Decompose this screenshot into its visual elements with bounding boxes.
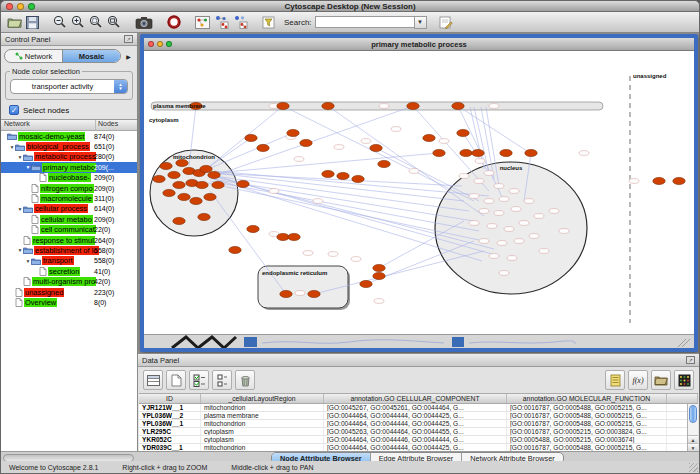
network-node[interactable] bbox=[229, 246, 241, 253]
network-node-small[interactable] bbox=[511, 207, 521, 212]
scroll-up-icon[interactable]: ▲ bbox=[688, 435, 698, 443]
function-builder-icon[interactable]: f(x) bbox=[628, 370, 648, 390]
network-node-small[interactable] bbox=[559, 229, 569, 234]
network-node-small[interactable] bbox=[269, 189, 279, 194]
annotation-edit-icon[interactable] bbox=[437, 14, 455, 31]
tab-overflow-button[interactable]: ▶ bbox=[123, 50, 134, 63]
snapshot-icon[interactable] bbox=[133, 14, 155, 31]
network-node-small[interactable] bbox=[328, 252, 338, 257]
tree-row[interactable]: cellular metabo209(0) bbox=[1, 214, 137, 224]
network-node[interactable] bbox=[277, 233, 289, 240]
float-panel-icon[interactable]: ↗ bbox=[124, 35, 133, 43]
network-node-small[interactable] bbox=[439, 139, 449, 144]
network-edge[interactable] bbox=[210, 191, 286, 294]
network-node-small[interactable] bbox=[499, 197, 509, 202]
tree-row[interactable]: ▼metabolic process280(0) bbox=[1, 152, 137, 162]
network-node[interactable] bbox=[407, 102, 419, 109]
network-node[interactable] bbox=[452, 102, 464, 109]
network-edge[interactable] bbox=[458, 106, 530, 153]
network-node[interactable] bbox=[212, 181, 224, 188]
open-attr-folder-icon[interactable] bbox=[651, 370, 671, 390]
help-ring-icon[interactable] bbox=[165, 14, 183, 31]
network-node[interactable] bbox=[247, 225, 259, 232]
network-node[interactable] bbox=[423, 134, 435, 141]
network-node[interactable] bbox=[457, 129, 469, 136]
network-node-small[interactable] bbox=[295, 291, 305, 296]
network-node-small[interactable] bbox=[524, 199, 534, 204]
network-node-small[interactable] bbox=[539, 249, 549, 254]
scroll-down-icon[interactable]: ▼ bbox=[688, 443, 698, 451]
network-node-small[interactable] bbox=[504, 227, 514, 232]
network-node-small[interactable] bbox=[484, 199, 494, 204]
network-node-small[interactable] bbox=[514, 239, 524, 244]
network-node[interactable] bbox=[178, 193, 190, 200]
network-node-small[interactable] bbox=[507, 256, 517, 261]
network-node-small[interactable] bbox=[487, 224, 497, 229]
tab-mosaic[interactable]: Mosaic bbox=[62, 50, 120, 62]
table-row[interactable]: YLR295Ccytoplasm[GO:0045263, GO:0044464,… bbox=[139, 428, 698, 436]
network-node-small[interactable] bbox=[534, 214, 544, 219]
table-row[interactable]: YDR039C__1mitochondrion[GO:0044464, GO:0… bbox=[139, 444, 698, 451]
network-node[interactable] bbox=[153, 175, 165, 182]
network-node-small[interactable] bbox=[479, 209, 489, 214]
node-color-select[interactable]: transporter activity ▲▼ bbox=[10, 79, 128, 94]
network-node-small[interactable] bbox=[489, 104, 499, 109]
network-node[interactable] bbox=[472, 149, 484, 156]
network-node[interactable] bbox=[337, 172, 349, 179]
network-node[interactable] bbox=[245, 134, 257, 141]
network-node-small[interactable] bbox=[469, 194, 479, 199]
network-node-small[interactable] bbox=[519, 221, 529, 226]
network-node[interactable] bbox=[378, 160, 390, 167]
network-node[interactable] bbox=[196, 181, 208, 188]
graph-manager-icon[interactable] bbox=[193, 14, 212, 31]
network-node-small[interactable] bbox=[494, 184, 504, 189]
network-node[interactable] bbox=[277, 102, 289, 109]
network-node-small[interactable] bbox=[489, 254, 499, 259]
new-attribute-icon[interactable] bbox=[166, 370, 186, 390]
network-node[interactable] bbox=[460, 149, 472, 156]
tree-row[interactable]: ▼establishment of lo558(0) bbox=[1, 245, 137, 255]
network-node[interactable] bbox=[198, 213, 210, 220]
network-node[interactable] bbox=[433, 149, 445, 156]
network-node[interactable] bbox=[300, 139, 312, 146]
delete-attribute-icon[interactable] bbox=[235, 370, 255, 390]
network-node[interactable] bbox=[173, 217, 185, 224]
resize-grip[interactable] bbox=[689, 463, 698, 472]
network-node[interactable] bbox=[352, 175, 364, 182]
network-node[interactable] bbox=[176, 159, 188, 166]
network-node-small[interactable] bbox=[509, 189, 519, 194]
vizmapper-alt-icon[interactable] bbox=[231, 14, 250, 31]
data-panel-float-icon[interactable]: ↗ bbox=[686, 356, 695, 364]
table-column-header[interactable]: _cellularLayoutRegion bbox=[201, 394, 324, 403]
filter-icon[interactable] bbox=[260, 14, 278, 31]
network-node-small[interactable] bbox=[529, 234, 539, 239]
network-node-small[interactable] bbox=[379, 104, 389, 109]
import-list-icon[interactable] bbox=[605, 370, 625, 390]
zoom-out-icon[interactable] bbox=[51, 14, 69, 31]
search-input[interactable] bbox=[315, 16, 415, 28]
network-node[interactable] bbox=[308, 290, 320, 297]
network-node-small[interactable] bbox=[549, 209, 559, 214]
attribute-table-icon[interactable] bbox=[143, 370, 163, 390]
network-node-small[interactable] bbox=[334, 145, 344, 150]
table-column-header[interactable]: annotation.GO CELLULAR_COMPONENT bbox=[324, 394, 507, 403]
table-column-header[interactable] bbox=[667, 394, 698, 403]
network-node-small[interactable] bbox=[474, 179, 484, 184]
network-edge[interactable] bbox=[214, 171, 489, 196]
network-node-small[interactable] bbox=[497, 241, 507, 246]
network-node-small[interactable] bbox=[479, 239, 489, 244]
table-row[interactable]: YPL036W__2plasma membrane[GO:0044464, GO… bbox=[139, 412, 698, 420]
network-node-small[interactable] bbox=[579, 151, 589, 156]
table-row[interactable]: YKR052Ccytoplasm[GO:0044464, GO:0044446,… bbox=[139, 436, 698, 444]
network-node[interactable] bbox=[288, 233, 300, 240]
save-icon[interactable] bbox=[24, 14, 41, 31]
table-column-header[interactable]: annotation.GO MOLECULAR_FUNCTION bbox=[507, 394, 667, 403]
network-node-small[interactable] bbox=[629, 179, 639, 184]
tree-row[interactable]: secretion41(0) bbox=[1, 266, 137, 276]
zoom-selected-icon[interactable] bbox=[87, 14, 105, 31]
network-node[interactable] bbox=[373, 264, 385, 271]
tree-row[interactable]: response to stimul264(0) bbox=[1, 235, 137, 245]
network-node[interactable] bbox=[653, 177, 665, 184]
network-view-titlebar[interactable]: primary metabolic process bbox=[144, 38, 694, 51]
tree-row[interactable]: ▼transport558(0) bbox=[1, 256, 137, 266]
